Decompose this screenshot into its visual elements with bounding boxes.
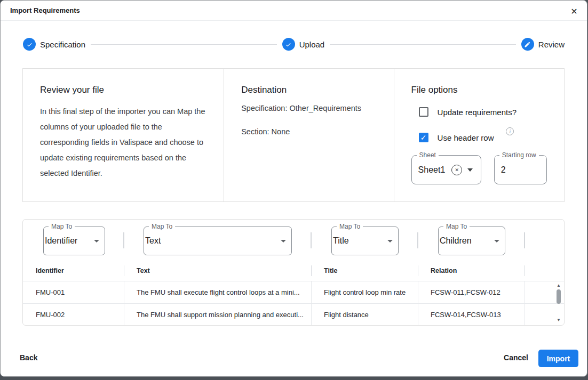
- table-header-row: Identifier Text Title Relation: [23, 260, 564, 281]
- close-icon[interactable]: ✕: [568, 5, 581, 18]
- check-circle-icon: [282, 38, 295, 51]
- panel-title: Destination: [241, 85, 376, 95]
- table-scrollbar[interactable]: ▲ ▼: [555, 282, 562, 324]
- import-requirements-dialog: Import Requirements ✕ Specification Uplo…: [0, 0, 587, 377]
- column-header-empty: [525, 260, 564, 281]
- table-row[interactable]: FMU-002 The FMU shall support mission pl…: [23, 304, 564, 325]
- panel-title: Review your file: [40, 85, 206, 95]
- dialog-footer: Back Cancel Import: [1, 343, 587, 376]
- map-to-select-identifier[interactable]: Map To Identifier: [43, 227, 105, 255]
- info-panels: Review your file In this final step of t…: [22, 68, 565, 202]
- map-to-label: Map To: [49, 223, 75, 230]
- stepper-connector: [91, 44, 277, 45]
- check-circle-icon: [23, 38, 36, 51]
- column-header-identifier: Identifier: [23, 260, 124, 281]
- column-divider: [311, 232, 312, 248]
- column-divider: [123, 232, 124, 248]
- map-to-label: Map To: [443, 223, 470, 230]
- map-to-value: Title: [333, 236, 387, 246]
- panel-review-your-file: Review your file In this final step of t…: [23, 69, 224, 201]
- step-review[interactable]: Review: [521, 38, 565, 51]
- column-divider: [524, 232, 525, 248]
- cell-text: The FMU shall execute flight control loo…: [124, 281, 311, 303]
- chevron-down-icon: [281, 240, 286, 242]
- map-to-value: Text: [145, 236, 281, 246]
- sheet-field-label: Sheet: [417, 151, 439, 159]
- map-to-select-text[interactable]: Map To Text: [144, 227, 292, 255]
- column-divider: [417, 232, 418, 248]
- destination-specification: Specification: Other_Requirements: [241, 104, 376, 112]
- info-icon[interactable]: i: [506, 127, 514, 135]
- cell-identifier: FMU-001: [23, 281, 124, 303]
- starting-row-field-value: 2: [501, 165, 506, 175]
- update-requirements-label: Update requirements?: [438, 108, 517, 117]
- step-upload[interactable]: Upload: [282, 38, 325, 51]
- dialog-title: Import Requirements: [10, 6, 80, 14]
- starting-row-field[interactable]: Starting row 2: [494, 155, 547, 184]
- starting-row-field-label: Starting row: [499, 151, 539, 159]
- stepper-connector: [330, 44, 516, 45]
- scrollbar-thumb[interactable]: [557, 289, 561, 304]
- scroll-up-icon[interactable]: ▲: [557, 284, 561, 288]
- cancel-button[interactable]: Cancel: [504, 353, 528, 362]
- sheet-field[interactable]: Sheet Sheet1 ✕: [411, 155, 481, 184]
- pencil-icon: [521, 38, 534, 51]
- panel-description: In this final step of the importer you c…: [40, 104, 206, 181]
- step-label: Specification: [40, 40, 85, 49]
- back-button[interactable]: Back: [20, 353, 37, 362]
- cell-text: The FMU shall support mission planning a…: [124, 304, 311, 325]
- table-body: FMU-001 The FMU shall execute flight con…: [23, 281, 564, 325]
- clear-icon[interactable]: ✕: [451, 165, 462, 175]
- dialog-titlebar: Import Requirements: [1, 1, 587, 21]
- panel-title: File options: [411, 85, 547, 95]
- import-button[interactable]: Import: [538, 350, 578, 367]
- use-header-row-label: Use header row: [438, 133, 494, 142]
- panel-file-options: File options Update requirements? ✓ Use …: [394, 69, 564, 201]
- map-to-select-title[interactable]: Map To Title: [331, 227, 399, 255]
- step-specification[interactable]: Specification: [23, 38, 85, 51]
- destination-section: Section: None: [241, 127, 376, 136]
- chevron-down-icon: [494, 240, 499, 242]
- cell-relation: FCSW-011,FCSW-012: [418, 281, 525, 303]
- map-to-value: Children: [440, 236, 494, 246]
- scroll-down-icon[interactable]: ▼: [557, 318, 561, 322]
- column-header-text: Text: [124, 260, 311, 281]
- map-to-label: Map To: [149, 223, 175, 230]
- step-label: Review: [538, 40, 565, 49]
- chevron-down-icon[interactable]: [467, 168, 473, 172]
- column-header-title: Title: [311, 260, 418, 281]
- update-requirements-checkbox[interactable]: [419, 107, 428, 117]
- cell-title: Flight control loop min rate: [311, 281, 418, 303]
- mapping-table: Map To Identifier Map To Text Map To Tit…: [22, 219, 565, 326]
- cell-relation: FCSW-014,FCSW-013: [418, 304, 525, 325]
- stepper: Specification Upload Review: [23, 38, 565, 51]
- cell-title: Flight distance: [311, 304, 418, 325]
- panel-destination: Destination Specification: Other_Require…: [224, 69, 393, 201]
- map-to-select-children[interactable]: Map To Children: [438, 227, 505, 255]
- sheet-field-value: Sheet1: [418, 165, 446, 175]
- use-header-row-checkbox[interactable]: ✓: [419, 133, 428, 142]
- chevron-down-icon: [94, 240, 99, 242]
- column-header-relation: Relation: [418, 260, 525, 281]
- table-row[interactable]: FMU-001 The FMU shall execute flight con…: [23, 281, 564, 304]
- step-label: Upload: [299, 40, 325, 49]
- chevron-down-icon: [387, 240, 393, 242]
- map-to-value: Identifier: [45, 236, 94, 246]
- map-to-label: Map To: [337, 223, 363, 230]
- cell-identifier: FMU-002: [23, 304, 124, 325]
